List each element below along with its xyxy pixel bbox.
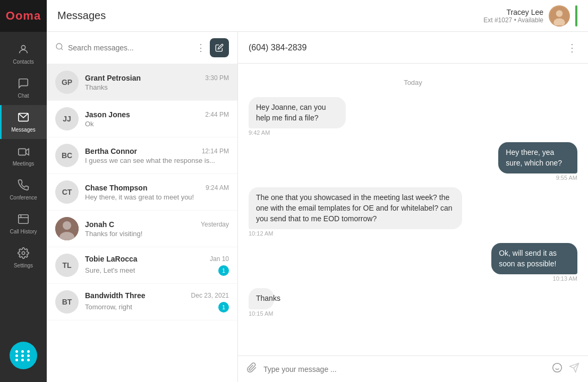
sidebar-item-call-history[interactable]: Call History — [0, 207, 47, 241]
date-divider: Today — [249, 79, 577, 86]
conversation-item[interactable]: JJ Jason Jones 2:44 PM Ok — [47, 101, 237, 137]
avatar — [55, 217, 79, 240]
chat-contact-phone: (604) 384-2839 — [249, 43, 306, 53]
message-bubble: Hey there, yea sure, which one? — [498, 142, 577, 173]
dialpad-button[interactable] — [10, 342, 37, 369]
message-block: Thanks 10:15 AM — [249, 288, 577, 317]
search-more-button[interactable]: ⋮ — [196, 43, 206, 53]
chat-messages: Today Hey Joanne, can you help me find a… — [238, 64, 588, 355]
conversation-item[interactable]: Jonah C Yesterday Thanks for visiting! — [47, 211, 237, 247]
conversation-details: Bertha Connor 12:14 PM I guess we can se… — [85, 147, 229, 164]
attach-button[interactable] — [246, 362, 257, 376]
conversation-item[interactable]: BC Bertha Connor 12:14 PM I guess we can… — [47, 137, 237, 174]
conference-icon — [18, 179, 29, 193]
conversation-time: 2:44 PM — [205, 111, 229, 118]
conversation-time: 12:14 PM — [202, 147, 229, 155]
chat-icon — [18, 77, 29, 91]
conference-label: Conference — [10, 195, 37, 201]
avatar: TL — [55, 254, 79, 277]
avatar: GP — [55, 71, 79, 94]
message-time: 10:15 AM — [249, 310, 273, 317]
search-bar: ⋮ — [47, 32, 237, 64]
sidebar: Ooma Contacts Chat — [0, 0, 47, 382]
conversation-item[interactable]: CT Chase Thompson 9:24 AM Hey there, it … — [47, 174, 237, 211]
search-actions: ⋮ — [196, 38, 229, 57]
avatar: CT — [55, 180, 79, 204]
message-block: The one that you showcased in the meetin… — [249, 187, 577, 237]
call-history-label: Call History — [10, 229, 37, 235]
message-time: 9:42 AM — [249, 129, 270, 136]
avatar: BT — [55, 290, 79, 314]
conversation-details: Grant Petrosian 3:30 PM Thanks — [85, 74, 229, 91]
avatar: BC — [55, 144, 79, 167]
user-ext-status: Ext #1027 • Available — [483, 16, 543, 24]
sidebar-item-messages[interactable]: Messages — [0, 105, 47, 139]
sidebar-item-meetings[interactable]: Meetings — [0, 139, 47, 173]
conversation-time: 9:24 AM — [206, 184, 229, 192]
sidebar-item-settings[interactable]: Settings — [0, 241, 47, 275]
conversation-preview: Thanks for visiting! — [85, 230, 142, 238]
unread-badge: 1 — [218, 302, 229, 312]
conversation-name: Grant Petrosian — [85, 74, 141, 82]
chat-label: Chat — [18, 93, 29, 99]
conversation-details: Jason Jones 2:44 PM Ok — [85, 110, 229, 128]
message-row: The one that you showcased in the meetin… — [249, 187, 577, 229]
meetings-label: Meetings — [13, 161, 35, 167]
sidebar-item-conference[interactable]: Conference — [0, 173, 47, 207]
conversation-name: Jason Jones — [85, 110, 130, 119]
contacts-label: Contacts — [13, 59, 33, 65]
settings-label: Settings — [14, 263, 33, 268]
sidebar-item-contacts[interactable]: Contacts — [0, 37, 47, 71]
conversation-preview: I guess we can see what the response is.… — [85, 157, 215, 164]
message-bubble: The one that you showcased in the meetin… — [249, 187, 462, 229]
sidebar-item-chat[interactable]: Chat — [0, 71, 47, 105]
conversation-details: Bandwidth Three Dec 23, 2021 Tomorrow, r… — [85, 291, 229, 312]
message-time: 9:55 AM — [556, 175, 577, 181]
conversations-panel: ⋮ GP Grant Petrosian 3:30 PM Thanks — [47, 32, 238, 382]
conversation-name: Jonah C — [85, 220, 114, 229]
message-input[interactable] — [263, 365, 546, 374]
conversation-details: Chase Thompson 9:24 AM Hey there, it was… — [85, 184, 229, 201]
compose-button[interactable] — [210, 38, 229, 57]
svg-point-16 — [553, 363, 562, 372]
conversation-name: Bandwidth Three — [85, 291, 146, 300]
dialpad-grid — [15, 350, 31, 361]
svg-point-11 — [56, 44, 62, 49]
user-name: Tracey Lee — [483, 8, 543, 16]
message-time: 10:13 AM — [553, 275, 577, 282]
messages-icon — [18, 111, 29, 125]
chat-panel: (604) 384-2839 ⋮ Today Hey Joanne, can y… — [238, 32, 588, 382]
sidebar-nav: Contacts Chat Messages — [0, 32, 47, 342]
message-block: Hey there, yea sure, which one? 9:55 AM — [249, 142, 577, 181]
contacts-icon — [18, 44, 29, 57]
conversation-preview: Tomorrow, right — [85, 303, 132, 311]
conversation-item[interactable]: GP Grant Petrosian 3:30 PM Thanks — [47, 64, 237, 101]
avatar: JJ — [55, 107, 79, 131]
conversation-item[interactable]: TL Tobie LaRocca Jan 10 Sure, Let's meet… — [47, 247, 237, 284]
svg-rect-2 — [19, 149, 26, 155]
page-title: Messages — [57, 10, 106, 22]
conversation-preview: Ok — [85, 120, 94, 128]
status-indicator — [575, 5, 577, 27]
conversation-name: Bertha Connor — [85, 147, 137, 155]
message-row: Thanks — [249, 288, 288, 309]
message-bubble: Ok, will send it as soon as possible! — [491, 243, 577, 274]
messages-label: Messages — [11, 127, 36, 133]
conversation-details: Jonah C Yesterday Thanks for visiting! — [85, 220, 229, 238]
message-time: 10:12 AM — [249, 230, 273, 237]
search-icon — [55, 42, 64, 53]
conversation-name: Chase Thompson — [85, 184, 147, 192]
emoji-button[interactable] — [552, 362, 563, 376]
avatar — [549, 5, 570, 27]
svg-rect-4 — [19, 215, 28, 224]
chat-input-area — [238, 355, 588, 382]
logo: Ooma — [0, 0, 47, 32]
meetings-icon — [18, 145, 29, 159]
page-header: Messages Tracey Lee Ext #1027 • Availabl… — [47, 0, 588, 32]
conversation-preview: Sure, Let's meet — [85, 266, 135, 274]
conversation-item[interactable]: BT Bandwidth Three Dec 23, 2021 Tomorrow… — [47, 284, 237, 320]
conversation-time: Yesterday — [201, 221, 229, 228]
search-input[interactable] — [68, 44, 192, 52]
chat-more-button[interactable]: ⋮ — [567, 41, 577, 54]
send-button[interactable] — [569, 362, 580, 376]
